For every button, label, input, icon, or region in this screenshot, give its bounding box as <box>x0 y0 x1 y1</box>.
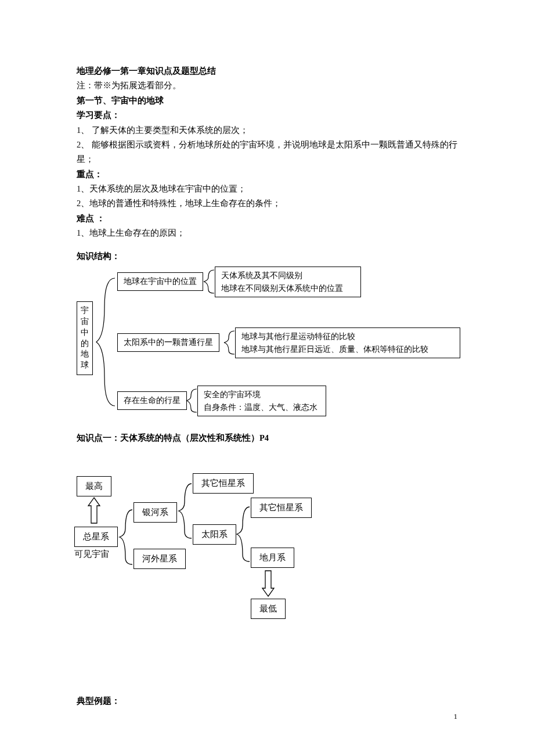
root-char: 球 <box>77 360 92 371</box>
right-line: 自身条件：温度、大气、液态水 <box>204 401 320 414</box>
lowest-box: 最低 <box>251 599 286 619</box>
right-line: 地球与其他行星距日远近、质量、体积等特征的比较 <box>241 343 454 356</box>
study-item-2: 2、 能够根据图示或资料，分析地球所处的宇宙环境，并说明地球是太阳系中一颗既普通… <box>77 138 457 167</box>
bracket-icon <box>234 502 252 566</box>
arrow-down-icon <box>261 568 275 597</box>
other-star-system-box: 其它恒星系 <box>193 473 254 494</box>
bracket-icon <box>117 505 135 569</box>
difficulty-head: 难点 ： <box>77 211 457 226</box>
bracket-icon <box>93 272 116 412</box>
right-line: 安全的宇宙环境 <box>204 388 320 401</box>
right-line: 地球在不同级别天体系统中的位置 <box>221 282 355 295</box>
root-char: 的 <box>77 339 92 350</box>
milky-way-box: 银河系 <box>134 502 177 523</box>
total-galaxy-box: 总星系 <box>74 527 118 547</box>
right-box-2: 地球与其他行星运动特征的比较 地球与其他行星距日远近、质量、体积等特征的比较 <box>235 327 460 358</box>
mid-box-2: 太阳系中的一颗普通行星 <box>117 333 219 352</box>
root-char: 宙 <box>77 316 92 327</box>
mid-box-1: 地球在宇宙中的位置 <box>117 272 203 291</box>
root-box: 宇 宙 中 的 地 球 <box>77 301 93 375</box>
note-line: 注：带※为拓展选看部分。 <box>77 78 457 93</box>
focus-item-2: 2、地球的普通性和特殊性，地球上生命存在的条件； <box>77 196 457 211</box>
mid-box-3: 存在生命的行星 <box>117 391 187 410</box>
root-char: 宇 <box>77 305 92 316</box>
root-char: 中 <box>77 327 92 339</box>
highest-box: 最高 <box>77 476 111 496</box>
page-number: 1 <box>454 710 458 723</box>
bracket-icon <box>222 327 236 358</box>
solar-system-box: 太阳系 <box>193 524 236 545</box>
root-char: 地 <box>77 349 92 360</box>
bracket-icon <box>201 267 216 297</box>
extragalactic-box: 河外星系 <box>134 549 186 569</box>
knowledge-point-1-head: 知识点一：天体系统的特点（层次性和系统性）P4 <box>77 431 457 445</box>
other-star-system-box-2: 其它恒星系 <box>251 498 312 518</box>
celestial-hierarchy-diagram: 最高 总星系 可见宇宙 银河系 河外星系 其它恒星系 太阳系 其它恒星系 地月系 <box>77 456 457 659</box>
right-line: 天体系统及其不同级别 <box>221 269 355 282</box>
right-box-3: 安全的宇宙环境 自身条件：温度、大气、液态水 <box>197 386 326 416</box>
right-line: 地球与其他行星运动特征的比较 <box>241 330 454 343</box>
doc-title: 地理必修一第一章知识点及题型总结 <box>77 64 457 78</box>
arrow-up-icon <box>87 496 101 525</box>
focus-item-1: 1、天体系统的层次及地球在宇宙中的位置； <box>77 182 457 196</box>
bracket-icon <box>184 386 199 416</box>
section1-title: 第一节、宇宙中的地球 <box>77 93 457 108</box>
structure-head: 知识结构： <box>77 249 457 264</box>
difficulty-item-1: 1、地球上生命存在的原因； <box>77 226 457 240</box>
study-head: 学习要点： <box>77 108 457 123</box>
study-item-1: 1、 了解天体的主要类型和天体系统的层次； <box>77 123 457 138</box>
bracket-icon <box>176 479 194 543</box>
earth-moon-box: 地月系 <box>251 548 294 568</box>
focus-head: 重点： <box>77 167 457 182</box>
knowledge-structure-diagram: 宇 宙 中 的 地 球 地球在宇宙中的位置 太阳系中的一颗普通行星 存在生命的行… <box>77 267 457 420</box>
right-box-1: 天体系统及其不同级别 地球在不同级别天体系统中的位置 <box>215 267 361 297</box>
example-head: 典型例题： <box>77 694 457 708</box>
visible-universe-label: 可见宇宙 <box>74 546 109 561</box>
